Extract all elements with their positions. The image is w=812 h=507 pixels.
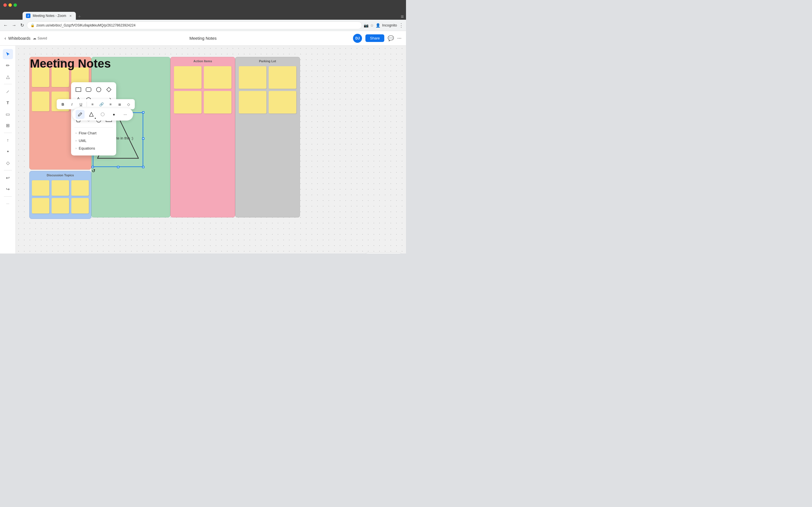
- pen-tool[interactable]: ✏: [3, 60, 13, 70]
- profile-icon[interactable]: 👤: [375, 23, 380, 27]
- clear-format-button[interactable]: ◇: [124, 100, 133, 108]
- incognito-label: Incognito: [382, 23, 397, 27]
- close-traffic-light[interactable]: [3, 3, 7, 7]
- sticky-note[interactable]: [52, 198, 69, 214]
- back-to-whiteboards-button[interactable]: ‹: [4, 36, 6, 41]
- header-more-button[interactable]: ···: [397, 35, 402, 41]
- rounded-rect-shape[interactable]: [85, 86, 93, 94]
- shape-menu-divider: [74, 127, 113, 128]
- new-tab-button[interactable]: +: [76, 14, 84, 20]
- line-tool[interactable]: |: [1, 84, 15, 99]
- sticky-note[interactable]: [174, 66, 202, 89]
- reload-button[interactable]: ↻: [19, 22, 25, 29]
- sticky-note[interactable]: [32, 198, 49, 214]
- back-button[interactable]: ←: [2, 22, 9, 29]
- lock-icon: 🔒: [31, 23, 35, 27]
- browser-more-icon[interactable]: ⋮: [399, 22, 404, 29]
- sticky-note[interactable]: [174, 91, 202, 114]
- forward-button[interactable]: →: [11, 22, 17, 29]
- bold-button[interactable]: B: [59, 100, 67, 108]
- rectangle-shape[interactable]: [74, 86, 82, 94]
- selection-handle-bottom[interactable]: [117, 166, 119, 168]
- left-toolbar: ✏ △ | T ▭ ⊞ ↑ ✦ ◇ ↩ ↪ ⋯: [0, 46, 16, 253]
- list-alt-button[interactable]: ≣: [116, 100, 123, 108]
- whiteboards-link[interactable]: Whiteboards: [8, 36, 31, 41]
- comment-button[interactable]: 💬: [388, 35, 394, 41]
- sticky-note[interactable]: [269, 91, 296, 114]
- canvas-area: ✏ △ | T ▭ ⊞ ↑ ✦ ◇ ↩ ↪ ⋯ Meeting Notes Go…: [0, 46, 406, 253]
- equations-chevron: ›: [75, 147, 77, 150]
- discussion-section: Discussion Topics: [29, 171, 91, 219]
- italic-button[interactable]: I: [68, 100, 76, 108]
- url-text: zoom.us/wb/doc/_GzqzfVOSlKu9apldkkuMQ/p/…: [36, 23, 136, 27]
- link-button[interactable]: 🔗: [98, 100, 105, 108]
- sticky-note[interactable]: [32, 180, 49, 196]
- user-avatar: DJ: [353, 34, 362, 43]
- minimize-traffic-light[interactable]: [8, 3, 12, 7]
- selection-handle-bl[interactable]: [92, 166, 94, 168]
- ai-tool[interactable]: ✦: [3, 147, 13, 157]
- align-button[interactable]: ≡: [89, 100, 96, 108]
- undo-button[interactable]: ↩: [3, 173, 13, 183]
- browser-chrome: Z Meeting Notes - Zoom ✕ + ≡ ← → ↻ 🔒 zoo…: [0, 0, 406, 31]
- rotate-handle[interactable]: ↺: [92, 168, 95, 172]
- saved-text: Saved: [38, 36, 47, 40]
- sticky-note[interactable]: [239, 91, 266, 114]
- browser-titlebar: [0, 0, 406, 10]
- uml-chevron: ›: [75, 139, 77, 142]
- sticky-note[interactable]: [204, 66, 232, 89]
- fill-obj-button[interactable]: [98, 110, 107, 119]
- diamond-shape[interactable]: [105, 86, 113, 94]
- equations-menu-item[interactable]: › Equations: [74, 145, 113, 152]
- more-tools-button[interactable]: ⋯: [3, 199, 13, 209]
- shape-obj-button[interactable]: [87, 110, 96, 119]
- selection-handle-br[interactable]: [142, 166, 144, 168]
- zoom-controls: − + 88% ⊞: [365, 253, 402, 253]
- bookmark-icon[interactable]: ☆: [370, 23, 374, 27]
- flow-chart-chevron: ›: [75, 131, 77, 135]
- sticky-note[interactable]: [52, 180, 69, 196]
- fmt-divider-1: [87, 102, 87, 107]
- sticky-note[interactable]: [71, 180, 89, 196]
- canvas-content[interactable]: Meeting Notes Goals Discussion Topics: [16, 46, 406, 253]
- circle-shape[interactable]: [95, 86, 103, 94]
- frame-tool[interactable]: ▭: [3, 109, 13, 119]
- edit-obj-button[interactable]: [75, 110, 85, 119]
- triangle-tool[interactable]: △: [3, 71, 13, 82]
- text-format-toolbar: B I U ≡ 🔗 ≡ ≣ ◇: [57, 99, 135, 109]
- template-tool[interactable]: ⊞: [3, 120, 13, 130]
- address-bar[interactable]: 🔒 zoom.us/wb/doc/_GzqzfVOSlKu9apldkkuMQ/…: [27, 21, 362, 29]
- traffic-lights: [3, 3, 17, 7]
- svg-rect-1: [76, 88, 81, 92]
- browser-menu-icon[interactable]: ≡: [401, 14, 404, 19]
- select-tool[interactable]: [3, 49, 13, 59]
- svg-marker-11: [89, 112, 93, 116]
- sticky-note[interactable]: [239, 66, 266, 89]
- dot-obj-button[interactable]: ●: [109, 110, 118, 119]
- underline-button[interactable]: U: [77, 100, 85, 108]
- redo-button[interactable]: ↪: [3, 184, 13, 194]
- sticky-note[interactable]: [269, 66, 296, 89]
- list-button[interactable]: ≡: [107, 100, 114, 108]
- sticky-note[interactable]: [32, 92, 49, 111]
- tab-close-button[interactable]: ✕: [68, 14, 72, 18]
- upload-tool[interactable]: ↑: [3, 135, 13, 145]
- svg-marker-4: [107, 87, 111, 92]
- action-items-label: Action Items: [170, 57, 235, 65]
- sticky-note[interactable]: [204, 91, 232, 114]
- flow-chart-menu-item[interactable]: › Flow Chart: [74, 129, 113, 137]
- uml-menu-item[interactable]: › UML: [74, 137, 113, 145]
- camera-icon[interactable]: 📷: [364, 23, 368, 27]
- parking-lot-label: Parking Lot: [236, 57, 300, 65]
- eraser-tool[interactable]: ◇: [3, 158, 13, 168]
- tab-title: Meeting Notes - Zoom: [33, 14, 66, 18]
- sticky-note[interactable]: [71, 198, 89, 214]
- share-button[interactable]: Share: [365, 34, 384, 42]
- text-tool[interactable]: T: [3, 98, 13, 108]
- selection-handle-right[interactable]: [142, 137, 144, 140]
- selection-handle-tr[interactable]: [142, 111, 144, 114]
- browser-tab[interactable]: Z Meeting Notes - Zoom ✕: [22, 12, 76, 20]
- parking-lot-section: Parking Lot: [235, 57, 300, 217]
- maximize-traffic-light[interactable]: [13, 3, 17, 7]
- more-obj-button[interactable]: ···: [121, 110, 130, 119]
